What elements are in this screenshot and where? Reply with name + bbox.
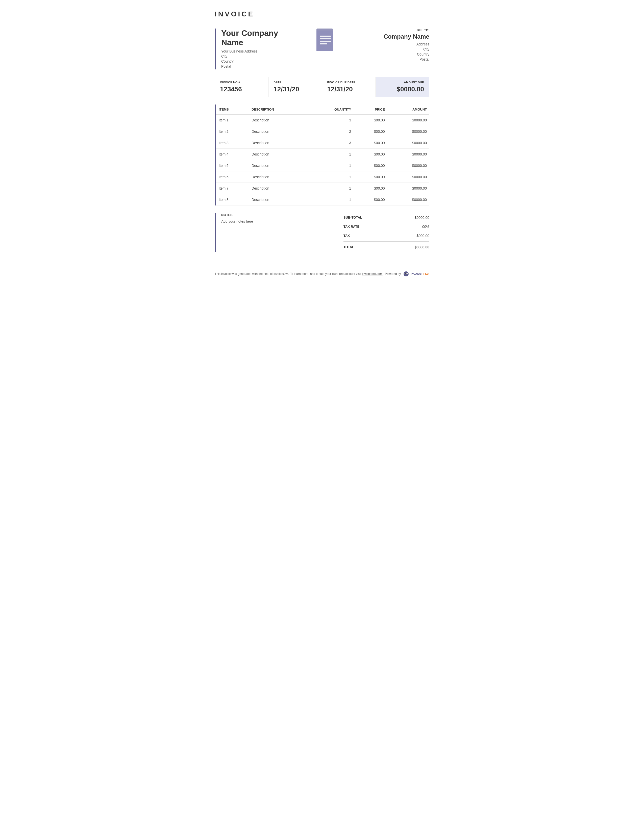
table-row: Item 8 Description 1 $00.00 $0000.00 xyxy=(216,194,429,206)
due-date-value: 12/31/20 xyxy=(327,85,370,93)
item-amount: $0000.00 xyxy=(387,137,429,149)
bill-address: Address xyxy=(360,42,429,46)
date-label: DATE xyxy=(274,81,317,84)
owl-icon xyxy=(403,271,409,277)
col-amount: AMOUNT xyxy=(387,105,429,114)
item-description: Description xyxy=(249,183,308,194)
svg-point-10 xyxy=(407,273,407,274)
item-quantity: 3 xyxy=(308,137,354,149)
item-name: Item 8 xyxy=(216,194,249,206)
taxrate-row: TAX RATE 00% xyxy=(343,222,429,231)
date-value: 12/31/20 xyxy=(274,85,317,93)
item-price: $00.00 xyxy=(354,171,387,183)
tax-label: TAX xyxy=(343,234,350,238)
item-price: $00.00 xyxy=(354,114,387,126)
document-icon-area xyxy=(291,29,360,51)
brand-owl: Owl xyxy=(423,272,429,276)
item-description: Description xyxy=(249,171,308,183)
company-bill-section: Your Company Name Your Business Address … xyxy=(215,29,429,69)
document-icon xyxy=(315,29,335,51)
invoice-no-label: INVOICE NO # xyxy=(220,81,263,84)
item-quantity: 1 xyxy=(308,183,354,194)
total-label: TOTAL xyxy=(343,245,354,249)
amount-due-group: AMOUNT DUE $0000.00 xyxy=(376,77,429,96)
bill-postal: Postal xyxy=(360,57,429,61)
notes-label: NOTES: xyxy=(221,213,333,217)
company-info: Your Company Name Your Business Address … xyxy=(221,29,291,69)
col-price: PRICE xyxy=(354,105,387,114)
invoice-no-value: 123456 xyxy=(220,85,263,93)
footer-message: This invoice was generated with the help… xyxy=(215,272,361,276)
item-amount: $0000.00 xyxy=(387,171,429,183)
amount-due-value: $0000.00 xyxy=(381,85,424,93)
col-quantity: QUANTITY xyxy=(308,105,354,114)
company-address: Your Business Address xyxy=(221,49,291,53)
bill-city: City xyxy=(360,47,429,51)
item-amount: $0000.00 xyxy=(387,114,429,126)
item-price: $00.00 xyxy=(354,160,387,171)
item-description: Description xyxy=(249,114,308,126)
item-price: $00.00 xyxy=(354,149,387,160)
company-country: Country xyxy=(221,60,291,63)
item-description: Description xyxy=(249,149,308,160)
item-description: Description xyxy=(249,137,308,149)
svg-point-9 xyxy=(405,273,406,274)
item-description: Description xyxy=(249,194,308,206)
item-description: Description xyxy=(249,126,308,137)
bill-to-info: BILL TO: Company Name Address City Count… xyxy=(360,29,429,62)
table-row: Item 4 Description 1 $00.00 $0000.00 xyxy=(216,149,429,160)
bill-to-label: BILL TO: xyxy=(360,29,429,32)
item-amount: $0000.00 xyxy=(387,194,429,206)
footer-text: This invoice was generated with the help… xyxy=(215,272,383,276)
item-quantity: 1 xyxy=(308,149,354,160)
item-quantity: 3 xyxy=(308,114,354,126)
table-row: Item 7 Description 1 $00.00 $0000.00 xyxy=(216,183,429,194)
item-amount: $0000.00 xyxy=(387,126,429,137)
totals-section: SUB-TOTAL $0000.00 TAX RATE 00% TAX $000… xyxy=(343,213,429,252)
invoice-header: INVOICE xyxy=(215,10,429,21)
item-name: Item 7 xyxy=(216,183,249,194)
item-description: Description xyxy=(249,160,308,171)
bill-country: Country xyxy=(360,52,429,56)
item-name: Item 6 xyxy=(216,171,249,183)
taxrate-label: TAX RATE xyxy=(343,225,359,229)
date-group: DATE 12/31/20 xyxy=(269,77,322,96)
item-amount: $0000.00 xyxy=(387,160,429,171)
subtotal-value: $0000.00 xyxy=(415,215,429,220)
item-name: Item 2 xyxy=(216,126,249,137)
bottom-section: NOTES: Add your notes here SUB-TOTAL $00… xyxy=(215,213,429,252)
col-items: ITEMS xyxy=(216,105,249,114)
table-header-row: ITEMS DESCRIPTION QUANTITY PRICE AMOUNT xyxy=(216,105,429,114)
item-price: $00.00 xyxy=(354,194,387,206)
table-row: Item 1 Description 3 $00.00 $0000.00 xyxy=(216,114,429,126)
item-quantity: 1 xyxy=(308,160,354,171)
item-name: Item 5 xyxy=(216,160,249,171)
item-quantity: 2 xyxy=(308,126,354,137)
footer-link[interactable]: invoiceowl.com xyxy=(362,272,382,276)
item-quantity: 1 xyxy=(308,171,354,183)
table-row: Item 6 Description 1 $00.00 $0000.00 xyxy=(216,171,429,183)
table-row: Item 5 Description 1 $00.00 $0000.00 xyxy=(216,160,429,171)
col-description: DESCRIPTION xyxy=(249,105,308,114)
item-name: Item 1 xyxy=(216,114,249,126)
notes-text: Add your notes here xyxy=(221,219,333,224)
taxrate-value: 00% xyxy=(422,225,429,229)
svg-rect-5 xyxy=(320,43,327,44)
amount-due-label: AMOUNT DUE xyxy=(381,81,424,84)
footer: This invoice was generated with the help… xyxy=(215,267,429,277)
svg-rect-4 xyxy=(320,41,331,42)
table-row: Item 2 Description 2 $00.00 $0000.00 xyxy=(216,126,429,137)
svg-point-6 xyxy=(404,271,409,277)
item-name: Item 4 xyxy=(216,149,249,160)
svg-rect-2 xyxy=(320,35,331,37)
bill-company-name: Company Name xyxy=(360,33,429,40)
footer-brand: Powered by InvoiceOwl xyxy=(385,271,429,277)
company-postal: Postal xyxy=(221,64,291,68)
notes-section: NOTES: Add your notes here xyxy=(221,213,333,252)
item-name: Item 3 xyxy=(216,137,249,149)
item-amount: $0000.00 xyxy=(387,183,429,194)
subtotal-label: SUB-TOTAL xyxy=(343,215,362,220)
powered-by-label: Powered by xyxy=(385,272,401,276)
total-value: $0000.00 xyxy=(415,245,429,249)
total-row: TOTAL $0000.00 xyxy=(343,243,429,252)
